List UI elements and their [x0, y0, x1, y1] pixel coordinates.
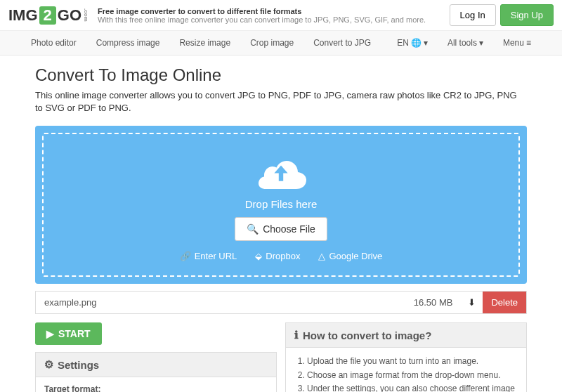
- cloud-upload-icon: [253, 148, 309, 190]
- tagline: Free image converter to convert to diffe…: [98, 7, 426, 24]
- howto-steps: Upload the file you want to turn into an…: [294, 355, 518, 392]
- settings-title: Settings: [58, 359, 99, 371]
- login-button[interactable]: Log In: [450, 4, 496, 26]
- delete-button[interactable]: Delete: [483, 292, 526, 313]
- choose-file-button[interactable]: 🔍 Choose File: [235, 217, 327, 241]
- start-button[interactable]: ▶ START: [35, 322, 102, 345]
- menu-toggle[interactable]: Menu≡: [493, 31, 541, 55]
- google-drive-icon: △: [318, 251, 325, 261]
- google-drive-button[interactable]: △Google Drive: [318, 251, 382, 261]
- search-icon: 🔍: [247, 223, 259, 235]
- download-icon[interactable]: ⬇: [461, 292, 483, 313]
- logo-go: GO: [58, 6, 81, 25]
- logo[interactable]: IMG 2 GO .com: [8, 6, 89, 25]
- signup-button[interactable]: Sign Up: [500, 4, 554, 26]
- play-icon: ▶: [46, 328, 54, 339]
- file-name: example.png: [36, 292, 405, 313]
- chevron-down-icon: ▾: [424, 38, 428, 48]
- enter-url-button[interactable]: 🔗Enter URL: [180, 251, 237, 261]
- nav-crop-image[interactable]: Crop image: [240, 31, 303, 55]
- globe-icon: 🌐: [411, 38, 422, 48]
- tagline-sub: With this free online image converter yo…: [98, 15, 426, 24]
- info-icon: ℹ: [294, 329, 299, 341]
- nav-resize-image[interactable]: Resize image: [169, 31, 240, 55]
- chevron-down-icon: ▾: [479, 38, 483, 48]
- drop-text: Drop Files here: [58, 198, 504, 210]
- file-row: example.png 16.50 MB ⬇ Delete: [35, 291, 527, 314]
- howto-step: Upload the file you want to turn into an…: [307, 355, 518, 368]
- page-description: This online image converter allows you t…: [35, 89, 527, 115]
- dropzone[interactable]: Drop Files here 🔍 Choose File 🔗Enter URL…: [35, 126, 527, 284]
- file-size: 16.50 MB: [405, 292, 462, 313]
- link-icon: 🔗: [180, 251, 191, 261]
- howto-step: Choose an image format from the drop-dow…: [307, 369, 518, 382]
- nav-compress-image[interactable]: Compress image: [86, 31, 170, 55]
- language-selector[interactable]: EN🌐▾: [387, 31, 438, 55]
- nav-convert-jpg[interactable]: Convert to JPG: [303, 31, 381, 55]
- logo-num: 2: [39, 6, 56, 25]
- logo-com: .com: [83, 8, 89, 22]
- howto-step: Under the settings, you can also choose …: [307, 382, 518, 392]
- page-title: Convert To Image Online: [35, 65, 527, 85]
- settings-panel: ⚙ Settings Target format: PNG Quality: i…: [35, 352, 277, 392]
- dropbox-icon: ⬙: [255, 251, 262, 261]
- nav-photo-editor[interactable]: Photo editor: [21, 31, 86, 55]
- target-format-label: Target format:: [44, 384, 100, 392]
- gear-icon: ⚙: [44, 358, 53, 371]
- howto-title: How to convert to image?: [303, 329, 431, 341]
- tagline-main: Free image converter to convert to diffe…: [98, 7, 426, 15]
- logo-img: IMG: [8, 6, 38, 25]
- hamburger-icon: ≡: [526, 38, 531, 48]
- all-tools-menu[interactable]: All tools▾: [438, 31, 493, 55]
- howto-panel: ℹ How to convert to image? Upload the fi…: [285, 322, 527, 392]
- dropbox-button[interactable]: ⬙Dropbox: [255, 251, 300, 261]
